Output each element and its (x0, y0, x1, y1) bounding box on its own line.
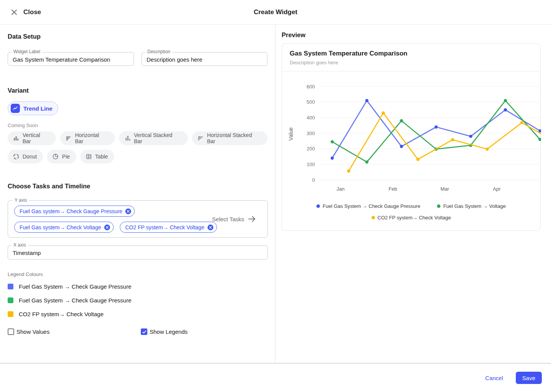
create-widget-dialog: Close Create Widget Data Setup Widget La… (0, 0, 551, 392)
select-tasks-button[interactable]: Select Tasks (212, 215, 256, 223)
x-axis-field: X axis (8, 245, 268, 260)
dialog-footer: Cancel Save (0, 363, 551, 392)
preview-card-subtitle: Description goes here (290, 60, 533, 65)
widget-label-field: Widget Label (8, 52, 134, 66)
checkbox-icon (141, 328, 147, 335)
widget-preview-card: Gas System Temperature Comparison Descri… (282, 43, 541, 231)
variant-chip-vertical-stacked-bar: Vertical Stacked Bar (119, 131, 188, 145)
svg-text:Feb: Feb (388, 186, 397, 192)
remove-task-icon[interactable] (207, 224, 214, 230)
preview-panel: Preview Gas System Temperature Compariso… (276, 24, 551, 363)
checkbox-label: Show Values (16, 328, 49, 335)
description-field-label: Description (145, 49, 172, 54)
vertical-stacked-bar-icon (124, 135, 131, 142)
chip-label: Horizontal Bar (75, 132, 109, 144)
legend-colour-item: Fuel Gas System → Check Gauge Pressure (8, 297, 267, 303)
svg-text:Apr: Apr (493, 186, 501, 192)
remove-task-icon[interactable] (125, 208, 131, 214)
dialog-header: Close Create Widget (0, 0, 551, 24)
chip-label: Donut (23, 154, 37, 160)
dialog-title: Create Widget (0, 8, 551, 16)
form-panel: Data Setup Widget Label Description Vari… (0, 24, 276, 363)
close-button[interactable]: Close (11, 8, 41, 16)
y-axis-field-label: Y axis (13, 198, 29, 203)
chart-legend-text: Fuel Gas System → Check Gauge Pressure (323, 203, 420, 209)
close-label: Close (23, 8, 41, 16)
preview-heading: Preview (282, 32, 551, 38)
svg-text:600: 600 (306, 84, 315, 90)
preview-chart: 0100200300400500600ValueJanFebMarApr (282, 72, 541, 202)
svg-text:100: 100 (306, 162, 315, 167)
coming-soon-label: Coming Soon (8, 122, 267, 128)
cancel-button[interactable]: Cancel (485, 375, 503, 381)
chip-label: Horizontal Stacked Bar (207, 132, 261, 144)
checkbox-label: Show Legends (150, 328, 187, 335)
horizontal-stacked-bar-icon (197, 135, 204, 142)
svg-text:Jan: Jan (336, 186, 344, 192)
legend-colour-text: Fuel Gas System → Check Gauge Pressure (19, 283, 131, 290)
chip-label: Vertical Stacked Bar (134, 132, 182, 144)
vertical-bar-icon (13, 135, 20, 142)
svg-text:400: 400 (306, 115, 315, 121)
remove-task-icon[interactable] (104, 224, 110, 230)
chart-legend-text: CO2 FP system→ Check Voltage (378, 215, 451, 220)
variant-chip-vertical-bar: Vertical Bar (8, 131, 56, 145)
legend-colours-label: Legend Colours (8, 271, 267, 277)
pie-icon (52, 153, 59, 160)
legend-swatch-yellow (8, 311, 13, 317)
legend-colours-list: Fuel Gas System → Check Gauge Pressure F… (8, 283, 267, 317)
variant-chip-label: Trend Line (23, 105, 52, 112)
save-button[interactable]: Save (516, 372, 542, 384)
chart-legend-dot (316, 204, 320, 208)
variant-chip-pie: Pie (47, 150, 76, 163)
y-axis-field: Y axis Fuel Gas system→ Check Gauge Pres… (8, 200, 268, 238)
select-tasks-label: Select Tasks (212, 216, 244, 222)
task-chip[interactable]: Fuel Gas system→ Check Gauge Pressure (14, 206, 135, 217)
tasks-heading: Choose Tasks and Timeline (8, 183, 267, 189)
chart-legend-item: Fuel Gas System → Voltage (437, 203, 505, 209)
chip-label: Vertical Bar (23, 132, 50, 144)
legend-swatch-blue (8, 284, 13, 289)
variant-chip-donut: Donut (8, 150, 43, 163)
svg-text:Value: Value (288, 127, 294, 140)
chip-label: Table (95, 154, 108, 160)
chart-legend: Fuel Gas System → Check Gauge PressureFu… (286, 203, 536, 220)
show-values-checkbox[interactable]: Show Values (8, 328, 141, 335)
variant-heading: Variant (8, 87, 267, 93)
variant-chip-table: Table (80, 150, 114, 163)
checkbox-icon (8, 328, 14, 335)
svg-text:0: 0 (312, 177, 315, 183)
trend-line-icon (11, 104, 20, 113)
x-axis-field-label: X axis (11, 243, 28, 248)
legend-colour-text: Fuel Gas System → Check Gauge Pressure (19, 297, 131, 304)
donut-icon (13, 153, 20, 160)
x-axis-input[interactable] (8, 245, 268, 260)
description-field: Description (142, 52, 267, 66)
task-chip-label: Fuel Gas system→ Check Voltage (20, 224, 101, 230)
legend-colour-item: Fuel Gas System → Check Gauge Pressure (8, 283, 267, 289)
task-chip-label: CO2 FP system→ Check Voltage (125, 224, 204, 230)
legend-swatch-green (8, 297, 13, 303)
table-icon (85, 153, 92, 160)
legend-colour-text: CO2 FP system→ Check Voltage (19, 311, 103, 317)
svg-text:Mar: Mar (440, 186, 449, 192)
task-chip[interactable]: CO2 FP system→ Check Voltage (120, 222, 217, 233)
variant-chip-trend-line[interactable]: Trend Line (8, 101, 58, 115)
close-icon (11, 9, 18, 16)
preview-card-title: Gas System Temperature Comparison (290, 50, 533, 57)
chart-legend-dot (437, 204, 440, 208)
chart-legend-item: CO2 FP system→ Check Voltage (372, 215, 451, 220)
variant-chip-horizontal-bar: Horizontal Bar (60, 131, 115, 145)
arrow-right-icon (248, 215, 256, 223)
chart-legend-item: Fuel Gas System → Check Gauge Pressure (316, 203, 420, 209)
task-chip[interactable]: Fuel Gas system→ Check Voltage (14, 222, 114, 233)
svg-text:500: 500 (306, 99, 315, 105)
chart-legend-dot (372, 216, 375, 219)
task-chip-label: Fuel Gas system→ Check Gauge Pressure (20, 208, 122, 214)
variant-chip-horizontal-stacked-bar: Horizontal Stacked Bar (192, 131, 267, 145)
legend-colour-item: CO2 FP system→ Check Voltage (8, 311, 267, 317)
widget-label-field-label: Widget Label (11, 49, 42, 54)
svg-text:200: 200 (306, 146, 315, 152)
horizontal-bar-icon (65, 135, 72, 142)
show-legends-checkbox[interactable]: Show Legends (141, 328, 187, 335)
